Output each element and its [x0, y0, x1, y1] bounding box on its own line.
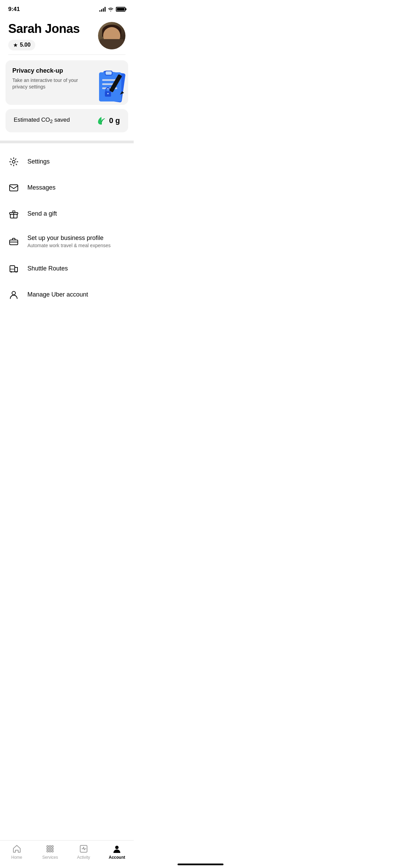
- svg-point-11: [12, 160, 15, 163]
- svg-point-17: [11, 271, 12, 273]
- rating-value: 5.00: [20, 42, 31, 48]
- privacy-card-subtitle: Take an interactive tour of your privacy…: [12, 77, 83, 91]
- status-time: 9:41: [8, 6, 20, 13]
- status-icons: [99, 7, 125, 12]
- gear-icon: [8, 156, 19, 167]
- gift-icon: [8, 208, 19, 219]
- menu-text-send-gift: Send a gift: [27, 210, 125, 217]
- svg-rect-3: [106, 71, 112, 75]
- menu-title-business-profile: Set up your business profile: [27, 234, 125, 242]
- section-divider: [0, 141, 134, 143]
- svg-point-8: [107, 93, 109, 94]
- menu-item-business-profile[interactable]: Set up your business profile Automate wo…: [0, 227, 134, 256]
- menu-item-send-gift[interactable]: Send a gift: [0, 201, 134, 227]
- co2-card[interactable]: Estimated CO2 saved 0 g: [5, 109, 128, 132]
- menu-title-manage-account: Manage Uber account: [27, 291, 125, 298]
- menu-item-manage-account[interactable]: Manage Uber account: [0, 282, 134, 308]
- menu-text-manage-account: Manage Uber account: [27, 291, 125, 298]
- leaf-icon: [97, 116, 106, 125]
- user-name: Sarah Jonas: [8, 22, 80, 36]
- menu-item-settings[interactable]: Settings: [0, 149, 134, 175]
- profile-header: Sarah Jonas ★ 5.00: [0, 16, 134, 55]
- rating-badge: ★ 5.00: [8, 40, 35, 50]
- privacy-card[interactable]: Privacy check-up Take an interactive tou…: [5, 60, 128, 105]
- co2-amount: 0 g: [109, 116, 120, 125]
- co2-label: Estimated CO2 saved: [14, 117, 70, 124]
- co2-value: 0 g: [97, 116, 120, 125]
- menu-text-settings: Settings: [27, 158, 125, 165]
- shuttle-icon: [8, 263, 19, 274]
- menu-title-send-gift: Send a gift: [27, 210, 125, 217]
- battery-icon: [116, 7, 125, 12]
- menu-text-business-profile: Set up your business profile Automate wo…: [27, 234, 125, 248]
- menu-item-messages[interactable]: Messages: [0, 175, 134, 201]
- status-bar: 9:41: [0, 0, 134, 16]
- menu-list: Settings Messages: [0, 146, 134, 311]
- clipboard-illustration: [97, 69, 128, 105]
- menu-item-shuttle-routes[interactable]: Shuttle Routes: [0, 256, 134, 282]
- menu-text-shuttle-routes: Shuttle Routes: [27, 265, 125, 272]
- svg-point-19: [12, 291, 15, 295]
- envelope-icon: [8, 182, 19, 193]
- signal-icon: [99, 7, 106, 12]
- star-icon: ★: [13, 42, 18, 48]
- briefcase-icon: [8, 236, 19, 247]
- svg-rect-12: [10, 185, 18, 191]
- avatar[interactable]: [98, 22, 125, 49]
- menu-title-shuttle-routes: Shuttle Routes: [27, 265, 125, 272]
- svg-point-18: [15, 271, 17, 273]
- svg-rect-16: [10, 266, 15, 272]
- menu-title-settings: Settings: [27, 158, 125, 165]
- cards-section: Privacy check-up Take an interactive tou…: [0, 55, 134, 138]
- menu-sub-business-profile: Automate work travel & meal expenses: [27, 243, 125, 248]
- person-icon: [8, 289, 19, 300]
- wifi-icon: [108, 7, 114, 12]
- menu-title-messages: Messages: [27, 184, 125, 191]
- menu-text-messages: Messages: [27, 184, 125, 191]
